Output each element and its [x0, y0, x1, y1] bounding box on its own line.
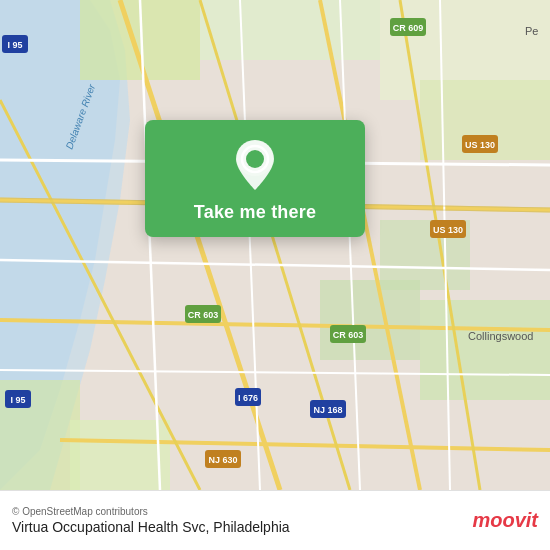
popup-card[interactable]: Take me there: [145, 120, 365, 237]
svg-text:NJ 168: NJ 168: [313, 405, 342, 415]
svg-text:Collingswood: Collingswood: [468, 330, 533, 342]
location-pin-icon: [233, 138, 277, 192]
svg-text:NJ 630: NJ 630: [208, 455, 237, 465]
svg-text:CR 603: CR 603: [188, 310, 219, 320]
svg-point-57: [246, 150, 264, 168]
svg-rect-8: [420, 300, 550, 400]
svg-text:US 130: US 130: [433, 225, 463, 235]
location-name: Virtua Occupational Health Svc, Philadel…: [12, 519, 290, 535]
svg-rect-7: [320, 280, 420, 360]
svg-text:CR 609: CR 609: [393, 23, 424, 33]
bottom-info: © OpenStreetMap contributors Virtua Occu…: [12, 506, 290, 535]
moovit-logo-text: moovit: [472, 509, 538, 532]
bottom-bar: © OpenStreetMap contributors Virtua Occu…: [0, 490, 550, 550]
svg-rect-4: [200, 0, 380, 60]
svg-text:US 130: US 130: [465, 140, 495, 150]
take-me-there-button[interactable]: Take me there: [194, 202, 316, 223]
map-background: I 95 I 95 CR 609 US 130 US 130 CR 603 CR…: [0, 0, 550, 490]
svg-text:CR 603: CR 603: [333, 330, 364, 340]
moovit-logo: moovit: [472, 509, 538, 532]
svg-text:I 95: I 95: [10, 395, 25, 405]
svg-text:Pe: Pe: [525, 25, 538, 37]
svg-rect-11: [70, 420, 170, 490]
svg-text:I 676: I 676: [238, 393, 258, 403]
map-container: I 95 I 95 CR 609 US 130 US 130 CR 603 CR…: [0, 0, 550, 490]
copyright-text: © OpenStreetMap contributors: [12, 506, 290, 517]
svg-text:I 95: I 95: [7, 40, 22, 50]
